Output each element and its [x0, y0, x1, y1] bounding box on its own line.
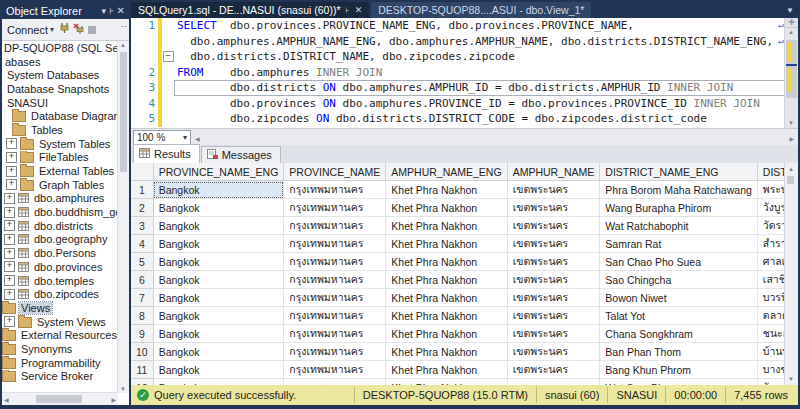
- grid-cell[interactable]: เขตพระนคร: [507, 235, 600, 253]
- grid-cell[interactable]: Bowon Niwet: [600, 289, 758, 307]
- row-header[interactable]: 8: [131, 307, 153, 325]
- grid-cell[interactable]: Phra Borom Maha Ratchawang: [600, 181, 758, 199]
- editor-horizontal-scrollbar[interactable]: ◀ ▶: [191, 129, 798, 146]
- grid-cell[interactable]: Bangkok: [153, 181, 284, 199]
- code-line[interactable]: 2FROM dbo.amphures INNER JOIN: [131, 65, 785, 81]
- tab-view1[interactable]: DESKTOP-5QUOP88....ASUI - dbo.View_1*: [371, 2, 591, 18]
- scroll-right-icon[interactable]: ▶: [111, 396, 116, 403]
- grid-cell[interactable]: Khet Phra Nakhon: [386, 361, 507, 379]
- grid-cell[interactable]: Khet Phra Nakhon: [386, 235, 507, 253]
- row-header[interactable]: 4: [131, 235, 153, 253]
- tree-item[interactable]: External Resources: [2, 328, 118, 342]
- tree-item[interactable]: Views: [2, 301, 118, 315]
- grid-cell[interactable]: เขตพระนคร: [507, 325, 600, 343]
- grid-cell[interactable]: Bangkok: [153, 253, 284, 271]
- grid-cell[interactable]: เขตพระนคร: [507, 307, 600, 325]
- expand-icon[interactable]: +: [4, 193, 15, 204]
- tree-item[interactable]: +System Views: [2, 315, 118, 329]
- tab-list-dropdown-icon[interactable]: ▼: [786, 6, 798, 15]
- row-header[interactable]: 5: [131, 253, 153, 271]
- code-line[interactable]: dbo.amphures.AMPHUR_NAME_ENG, dbo.amphur…: [131, 34, 785, 50]
- grid-cell[interactable]: Khet Phra Nakhon: [386, 199, 507, 217]
- tree-item[interactable]: SNASUI: [2, 96, 118, 110]
- scroll-up-icon[interactable]: ▲: [788, 29, 794, 35]
- expand-icon[interactable]: +: [6, 179, 17, 190]
- expand-icon[interactable]: +: [4, 220, 15, 231]
- row-header[interactable]: 2: [131, 199, 153, 217]
- grid-cell[interactable]: Sao Chingcha: [600, 271, 758, 289]
- tree-item[interactable]: +System Tables: [2, 137, 118, 151]
- grid-cell[interactable]: Wat Ratchabophit: [600, 217, 758, 235]
- disconnect-plug-icon[interactable]: [73, 23, 84, 36]
- expand-icon[interactable]: +: [6, 166, 17, 177]
- expand-icon[interactable]: +: [6, 152, 17, 163]
- column-header[interactable]: AMPHUR_NAME_ENG: [386, 163, 507, 181]
- column-header[interactable]: AMPHUR_NAME: [507, 163, 600, 181]
- row-header[interactable]: 11: [131, 361, 153, 379]
- tree-item[interactable]: Service Broker: [2, 370, 118, 384]
- object-explorer-horizontal-scrollbar[interactable]: ◀ ▶: [2, 392, 118, 405]
- grid-cell[interactable]: กรุงเทพมหานคร: [284, 181, 386, 199]
- expand-icon[interactable]: +: [4, 248, 15, 259]
- row-header[interactable]: 7: [131, 289, 153, 307]
- grid-cell[interactable]: กรุงเทพมหานคร: [284, 271, 386, 289]
- grid-cell[interactable]: กรุงเทพมหานคร: [284, 289, 386, 307]
- tree-item[interactable]: +dbo.Persons: [2, 246, 118, 260]
- code-line[interactable]: − dbo.districts.DISTRICT_NAME, dbo.zipco…: [131, 49, 785, 65]
- scroll-down-icon[interactable]: ▼: [120, 386, 126, 392]
- row-header[interactable]: 6: [131, 271, 153, 289]
- tab-sqlquery1[interactable]: SQLQuery1.sql - DE...NASUI (snasui (60))…: [131, 2, 369, 18]
- grid-cell[interactable]: เขตพระนคร: [507, 343, 600, 361]
- select-all-corner[interactable]: [131, 163, 153, 181]
- grid-cell[interactable]: Bangkok: [153, 361, 284, 379]
- grid-cell[interactable]: Samran Rat: [600, 235, 758, 253]
- grid-cell[interactable]: Bangkok: [153, 235, 284, 253]
- grid-cell[interactable]: Chana Songkhram: [600, 325, 758, 343]
- grid-cell[interactable]: เขตพระนคร: [507, 181, 600, 199]
- toolbar-overflow-icon[interactable]: ‥: [121, 19, 127, 29]
- grid-cell[interactable]: San Chao Pho Suea: [600, 253, 758, 271]
- tree-item[interactable]: Database Snapshots: [2, 82, 118, 96]
- expand-icon[interactable]: +: [4, 289, 15, 300]
- grid-cell[interactable]: Khet Phra Nakhon: [386, 271, 507, 289]
- scroll-left-icon[interactable]: ◀: [4, 396, 9, 403]
- column-header[interactable]: DISTRICT_NAME_ENG: [600, 163, 758, 181]
- tree-item[interactable]: Database Diagrams: [2, 109, 118, 123]
- tree-item[interactable]: System Databases: [2, 68, 118, 82]
- grid-cell[interactable]: Khet Phra Nakhon: [386, 289, 507, 307]
- collapse-region-icon[interactable]: −: [163, 51, 174, 62]
- grid-cell[interactable]: เขตพระนคร: [507, 253, 600, 271]
- grid-cell[interactable]: Khet Phra Nakhon: [386, 217, 507, 235]
- splitter-grip-icon[interactable]: ✛: [785, 18, 798, 28]
- tree-item[interactable]: +FileTables: [2, 151, 118, 165]
- grid-cell[interactable]: Bang Khun Phrom: [600, 361, 758, 379]
- scroll-down-icon[interactable]: ▼: [788, 376, 794, 382]
- grid-cell[interactable]: Wang Burapha Phirom: [600, 199, 758, 217]
- scroll-left-icon[interactable]: ◀: [195, 135, 200, 142]
- row-header[interactable]: 3: [131, 217, 153, 235]
- pin-icon[interactable]: ⊦: [109, 6, 114, 16]
- grid-cell[interactable]: Khet Phra Nakhon: [386, 181, 507, 199]
- grid-cell[interactable]: กรุงเทพมหานคร: [284, 253, 386, 271]
- grid-cell[interactable]: Bangkok: [153, 289, 284, 307]
- window-menu-icon[interactable]: ▾: [101, 6, 106, 16]
- grid-cell[interactable]: เขตพระนคร: [507, 289, 600, 307]
- connect-plug-icon[interactable]: [60, 23, 69, 36]
- grid-cell[interactable]: Bangkok: [153, 199, 284, 217]
- scroll-up-icon[interactable]: ▲: [120, 42, 126, 48]
- tree-item[interactable]: +dbo.zipcodes: [2, 287, 118, 301]
- grid-cell[interactable]: เขตพระนคร: [507, 271, 600, 289]
- grid-cell[interactable]: Bangkok: [153, 343, 284, 361]
- close-icon[interactable]: ✕: [117, 5, 125, 16]
- grid-cell[interactable]: เขตพระนคร: [507, 199, 600, 217]
- grid-cell[interactable]: กรุงเทพมหานคร: [284, 235, 386, 253]
- expand-icon[interactable]: +: [4, 316, 15, 327]
- scrollbar-thumb[interactable]: [36, 395, 82, 403]
- grid-cell[interactable]: กรุงเทพมหานคร: [284, 361, 386, 379]
- grid-cell[interactable]: Khet Phra Nakhon: [386, 325, 507, 343]
- tree-item[interactable]: abases: [2, 55, 118, 69]
- column-header[interactable]: PROVINCE_NAME_ENG: [153, 163, 284, 181]
- grid-cell[interactable]: เขตพระนคร: [507, 217, 600, 235]
- tree-item[interactable]: +dbo.districts: [2, 219, 118, 233]
- grid-cell[interactable]: Bangkok: [153, 307, 284, 325]
